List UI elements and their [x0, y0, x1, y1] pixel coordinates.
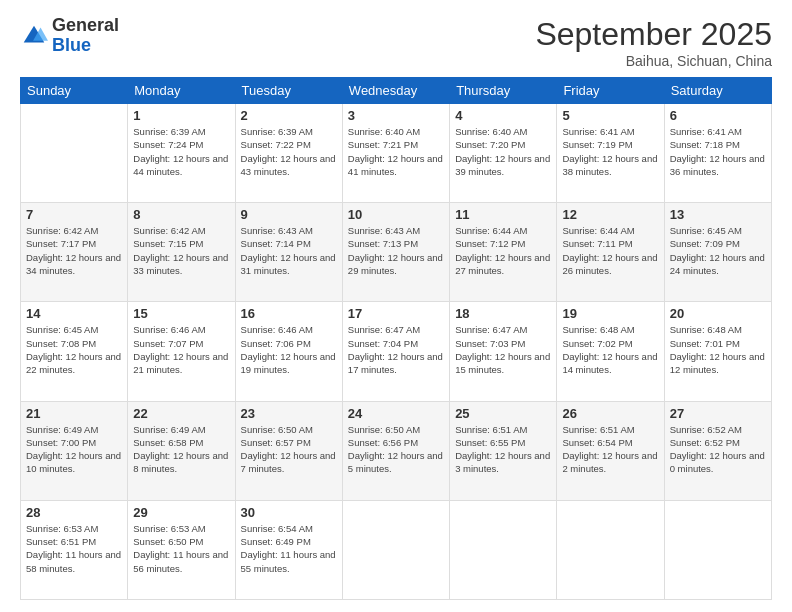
- day-number: 5: [562, 108, 658, 123]
- cell-info: Sunrise: 6:49 AMSunset: 6:58 PMDaylight:…: [133, 423, 229, 476]
- cell-info: Sunrise: 6:47 AMSunset: 7:04 PMDaylight:…: [348, 323, 444, 376]
- cell-info: Sunrise: 6:44 AMSunset: 7:11 PMDaylight:…: [562, 224, 658, 277]
- calendar-cell: 4Sunrise: 6:40 AMSunset: 7:20 PMDaylight…: [450, 104, 557, 203]
- calendar-cell: 11Sunrise: 6:44 AMSunset: 7:12 PMDayligh…: [450, 203, 557, 302]
- calendar-cell: [21, 104, 128, 203]
- logo-blue: Blue: [52, 35, 91, 55]
- logo-general: General: [52, 15, 119, 35]
- day-number: 21: [26, 406, 122, 421]
- calendar-cell: 9Sunrise: 6:43 AMSunset: 7:14 PMDaylight…: [235, 203, 342, 302]
- logo-text: General Blue: [52, 16, 119, 56]
- day-number: 16: [241, 306, 337, 321]
- cell-info: Sunrise: 6:54 AMSunset: 6:49 PMDaylight:…: [241, 522, 337, 575]
- calendar-cell: 26Sunrise: 6:51 AMSunset: 6:54 PMDayligh…: [557, 401, 664, 500]
- day-number: 3: [348, 108, 444, 123]
- calendar-cell: 30Sunrise: 6:54 AMSunset: 6:49 PMDayligh…: [235, 500, 342, 599]
- cell-info: Sunrise: 6:40 AMSunset: 7:21 PMDaylight:…: [348, 125, 444, 178]
- cell-info: Sunrise: 6:39 AMSunset: 7:24 PMDaylight:…: [133, 125, 229, 178]
- cell-info: Sunrise: 6:42 AMSunset: 7:15 PMDaylight:…: [133, 224, 229, 277]
- cell-info: Sunrise: 6:41 AMSunset: 7:19 PMDaylight:…: [562, 125, 658, 178]
- calendar-cell: 15Sunrise: 6:46 AMSunset: 7:07 PMDayligh…: [128, 302, 235, 401]
- month-title: September 2025: [535, 16, 772, 53]
- day-number: 26: [562, 406, 658, 421]
- calendar-cell: 6Sunrise: 6:41 AMSunset: 7:18 PMDaylight…: [664, 104, 771, 203]
- cell-info: Sunrise: 6:46 AMSunset: 7:06 PMDaylight:…: [241, 323, 337, 376]
- calendar-cell: 21Sunrise: 6:49 AMSunset: 7:00 PMDayligh…: [21, 401, 128, 500]
- day-number: 24: [348, 406, 444, 421]
- calendar-cell: [557, 500, 664, 599]
- calendar-cell: 5Sunrise: 6:41 AMSunset: 7:19 PMDaylight…: [557, 104, 664, 203]
- cell-info: Sunrise: 6:39 AMSunset: 7:22 PMDaylight:…: [241, 125, 337, 178]
- calendar-cell: 22Sunrise: 6:49 AMSunset: 6:58 PMDayligh…: [128, 401, 235, 500]
- cell-info: Sunrise: 6:50 AMSunset: 6:56 PMDaylight:…: [348, 423, 444, 476]
- header-tuesday: Tuesday: [235, 78, 342, 104]
- calendar-week-3: 14Sunrise: 6:45 AMSunset: 7:08 PMDayligh…: [21, 302, 772, 401]
- calendar-cell: 25Sunrise: 6:51 AMSunset: 6:55 PMDayligh…: [450, 401, 557, 500]
- cell-info: Sunrise: 6:40 AMSunset: 7:20 PMDaylight:…: [455, 125, 551, 178]
- cell-info: Sunrise: 6:46 AMSunset: 7:07 PMDaylight:…: [133, 323, 229, 376]
- title-block: September 2025 Baihua, Sichuan, China: [535, 16, 772, 69]
- calendar-cell: [342, 500, 449, 599]
- header-sunday: Sunday: [21, 78, 128, 104]
- cell-info: Sunrise: 6:50 AMSunset: 6:57 PMDaylight:…: [241, 423, 337, 476]
- cell-info: Sunrise: 6:53 AMSunset: 6:50 PMDaylight:…: [133, 522, 229, 575]
- logo: General Blue: [20, 16, 119, 56]
- header-monday: Monday: [128, 78, 235, 104]
- day-number: 2: [241, 108, 337, 123]
- calendar-week-1: 1Sunrise: 6:39 AMSunset: 7:24 PMDaylight…: [21, 104, 772, 203]
- calendar-cell: 13Sunrise: 6:45 AMSunset: 7:09 PMDayligh…: [664, 203, 771, 302]
- cell-info: Sunrise: 6:44 AMSunset: 7:12 PMDaylight:…: [455, 224, 551, 277]
- cell-info: Sunrise: 6:47 AMSunset: 7:03 PMDaylight:…: [455, 323, 551, 376]
- day-number: 1: [133, 108, 229, 123]
- day-number: 6: [670, 108, 766, 123]
- header-friday: Friday: [557, 78, 664, 104]
- day-number: 8: [133, 207, 229, 222]
- subtitle: Baihua, Sichuan, China: [535, 53, 772, 69]
- header: General Blue September 2025 Baihua, Sich…: [20, 16, 772, 69]
- day-number: 18: [455, 306, 551, 321]
- calendar-cell: 7Sunrise: 6:42 AMSunset: 7:17 PMDaylight…: [21, 203, 128, 302]
- day-number: 7: [26, 207, 122, 222]
- calendar-cell: 28Sunrise: 6:53 AMSunset: 6:51 PMDayligh…: [21, 500, 128, 599]
- header-wednesday: Wednesday: [342, 78, 449, 104]
- day-number: 30: [241, 505, 337, 520]
- calendar-cell: 8Sunrise: 6:42 AMSunset: 7:15 PMDaylight…: [128, 203, 235, 302]
- day-number: 25: [455, 406, 551, 421]
- cell-info: Sunrise: 6:41 AMSunset: 7:18 PMDaylight:…: [670, 125, 766, 178]
- cell-info: Sunrise: 6:42 AMSunset: 7:17 PMDaylight:…: [26, 224, 122, 277]
- calendar-cell: 16Sunrise: 6:46 AMSunset: 7:06 PMDayligh…: [235, 302, 342, 401]
- calendar-cell: 10Sunrise: 6:43 AMSunset: 7:13 PMDayligh…: [342, 203, 449, 302]
- cell-info: Sunrise: 6:43 AMSunset: 7:13 PMDaylight:…: [348, 224, 444, 277]
- header-saturday: Saturday: [664, 78, 771, 104]
- calendar-cell: [450, 500, 557, 599]
- cell-info: Sunrise: 6:51 AMSunset: 6:55 PMDaylight:…: [455, 423, 551, 476]
- calendar-cell: 27Sunrise: 6:52 AMSunset: 6:52 PMDayligh…: [664, 401, 771, 500]
- logo-icon: [20, 22, 48, 50]
- calendar-week-4: 21Sunrise: 6:49 AMSunset: 7:00 PMDayligh…: [21, 401, 772, 500]
- day-number: 28: [26, 505, 122, 520]
- day-number: 9: [241, 207, 337, 222]
- day-number: 22: [133, 406, 229, 421]
- page: General Blue September 2025 Baihua, Sich…: [0, 0, 792, 612]
- cell-info: Sunrise: 6:45 AMSunset: 7:08 PMDaylight:…: [26, 323, 122, 376]
- day-number: 23: [241, 406, 337, 421]
- day-number: 14: [26, 306, 122, 321]
- day-number: 12: [562, 207, 658, 222]
- calendar-cell: 18Sunrise: 6:47 AMSunset: 7:03 PMDayligh…: [450, 302, 557, 401]
- calendar-cell: 19Sunrise: 6:48 AMSunset: 7:02 PMDayligh…: [557, 302, 664, 401]
- calendar-week-2: 7Sunrise: 6:42 AMSunset: 7:17 PMDaylight…: [21, 203, 772, 302]
- cell-info: Sunrise: 6:45 AMSunset: 7:09 PMDaylight:…: [670, 224, 766, 277]
- day-number: 19: [562, 306, 658, 321]
- calendar-cell: 14Sunrise: 6:45 AMSunset: 7:08 PMDayligh…: [21, 302, 128, 401]
- calendar-cell: 1Sunrise: 6:39 AMSunset: 7:24 PMDaylight…: [128, 104, 235, 203]
- day-number: 4: [455, 108, 551, 123]
- day-number: 17: [348, 306, 444, 321]
- calendar-table: SundayMondayTuesdayWednesdayThursdayFrid…: [20, 77, 772, 600]
- calendar-cell: 24Sunrise: 6:50 AMSunset: 6:56 PMDayligh…: [342, 401, 449, 500]
- day-number: 10: [348, 207, 444, 222]
- cell-info: Sunrise: 6:51 AMSunset: 6:54 PMDaylight:…: [562, 423, 658, 476]
- cell-info: Sunrise: 6:53 AMSunset: 6:51 PMDaylight:…: [26, 522, 122, 575]
- calendar-cell: 29Sunrise: 6:53 AMSunset: 6:50 PMDayligh…: [128, 500, 235, 599]
- day-number: 15: [133, 306, 229, 321]
- day-number: 29: [133, 505, 229, 520]
